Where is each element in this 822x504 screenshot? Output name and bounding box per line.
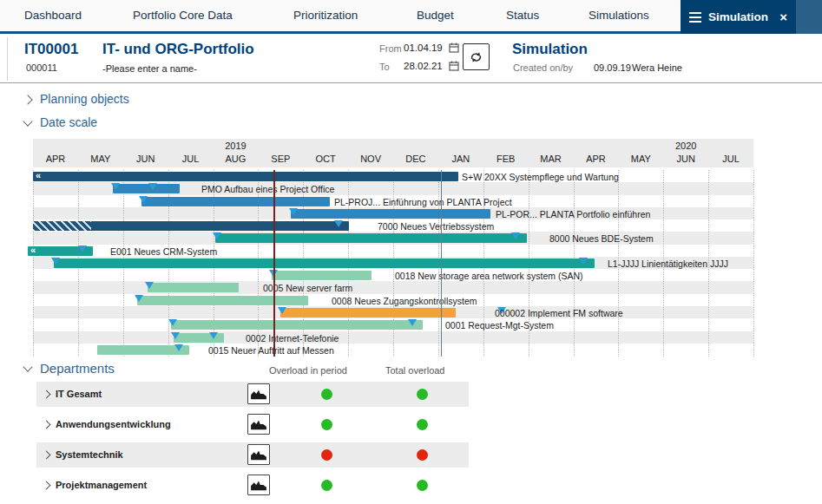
gantt-bar[interactable] xyxy=(215,233,527,243)
hatch-pattern xyxy=(33,221,91,231)
nav-item-simulations[interactable]: Simulations xyxy=(589,0,649,31)
month-label: APR xyxy=(574,154,619,164)
gantt-bar-label: 0015 Neuer Auftritt auf Messen xyxy=(208,345,334,356)
period-boundary-line xyxy=(441,170,442,357)
milestone-marker-icon xyxy=(139,196,148,203)
utilization-chart-button[interactable] xyxy=(247,414,270,435)
nav-item-budget[interactable]: Budget xyxy=(417,0,454,31)
gantt-bar[interactable] xyxy=(113,184,180,193)
nav-item-prioritization[interactable]: Prioritization xyxy=(293,0,358,31)
gantt-bar[interactable] xyxy=(280,308,456,317)
month-label: APR xyxy=(33,154,78,164)
gantt-bar[interactable] xyxy=(291,209,490,219)
nav-item-dashboard[interactable]: Dashboard xyxy=(24,0,82,31)
chevron-right-icon[interactable] xyxy=(43,390,51,399)
month-label: AUG xyxy=(214,154,259,164)
gantt-bar-label: 8000 Neues BDE-System xyxy=(549,233,654,244)
department-name: Projektmanagement xyxy=(56,480,147,490)
gantt-chart: APRMAYJUNJULAUGSEPOCTNOVDECJANFEBMARAPRM… xyxy=(33,139,753,357)
overload-in-period-status xyxy=(321,389,332,400)
tab-simulation-active[interactable]: Simulation × xyxy=(681,0,796,34)
calendar-icon[interactable] xyxy=(449,43,459,53)
total-overload-status xyxy=(417,419,428,430)
gantt-bar-label: PMO Aufbau eines Project Office xyxy=(201,184,334,194)
close-icon[interactable]: × xyxy=(779,10,787,24)
milestone-marker-icon xyxy=(145,282,154,289)
milestone-marker-icon xyxy=(78,245,87,252)
department-row[interactable]: Anwendungsentwicklung xyxy=(36,412,469,437)
gantt-bar[interactable] xyxy=(137,296,308,305)
month-label: JUL xyxy=(168,154,214,164)
portfolio-name-placeholder[interactable]: -Please enter a name- xyxy=(102,63,197,74)
total-overload-status xyxy=(417,389,428,400)
month-label: JUN xyxy=(123,154,168,164)
gantt-bar-label: 7000 Neues Vertriebssystem xyxy=(378,221,494,232)
department-row[interactable]: IT Gesamt xyxy=(36,382,469,407)
gantt-bar-label: 0018 New storage area network system (SA… xyxy=(395,271,583,281)
utilization-chart-button[interactable] xyxy=(247,475,270,495)
utilization-chart-button[interactable] xyxy=(247,383,270,404)
milestone-marker-icon xyxy=(511,232,520,239)
active-tab-label: Simulation xyxy=(708,10,768,23)
milestone-marker-icon xyxy=(174,344,183,351)
chevron-right-icon[interactable] xyxy=(43,451,51,460)
portfolio-id: IT00001 xyxy=(24,41,78,58)
gantt-bar-label: 0002 Internet-Telefonie xyxy=(246,333,339,344)
calendar-icon[interactable] xyxy=(449,61,459,71)
from-label: From xyxy=(379,43,402,54)
milestone-marker-icon xyxy=(168,319,177,326)
simulation-title: Simulation xyxy=(512,41,588,58)
gantt-bar-label: 0001 Request-Mgt-System xyxy=(445,320,554,331)
gantt-bar[interactable] xyxy=(54,259,595,268)
sync-icon xyxy=(469,49,483,65)
chevron-right-icon[interactable] xyxy=(23,95,32,104)
section-date-scale[interactable]: Date scale xyxy=(40,115,97,129)
column-overload-in-period: Overload in period xyxy=(269,365,347,376)
gantt-bar[interactable]: « xyxy=(33,172,458,181)
milestone-marker-icon xyxy=(289,208,298,215)
hamburger-icon[interactable] xyxy=(689,10,701,25)
gantt-bar[interactable] xyxy=(33,221,349,231)
refresh-simulation-button[interactable] xyxy=(463,43,490,70)
nav-item-portfolio-core-data[interactable]: Portfolio Core Data xyxy=(133,0,233,31)
overload-in-period-status xyxy=(321,419,332,430)
chevron-right-icon[interactable] xyxy=(43,481,51,490)
month-label: MAR xyxy=(529,154,574,164)
gantt-bar-label: 0008 Neues Zugangskontrollsystem xyxy=(332,296,477,306)
section-departments[interactable]: Departments xyxy=(40,361,115,376)
milestone-marker-icon xyxy=(111,183,120,190)
from-date-field[interactable]: 01.04.19 xyxy=(404,43,443,53)
milestone-marker-icon xyxy=(209,332,218,339)
month-label: FEB xyxy=(483,154,529,164)
gantt-bar[interactable] xyxy=(148,283,239,292)
total-overload-status xyxy=(417,449,428,461)
gantt-bar-label: 0005 New server farm xyxy=(263,283,352,293)
to-date-field[interactable]: 28.02.21 xyxy=(404,61,443,71)
histogram-icon xyxy=(250,448,267,461)
chevron-down-icon[interactable] xyxy=(23,116,32,126)
overload-in-period-status xyxy=(321,480,332,491)
department-row[interactable]: Systemtechnik xyxy=(36,442,469,468)
tab-strip-overflow xyxy=(796,0,822,34)
milestone-marker-icon xyxy=(135,295,143,302)
milestone-marker-icon xyxy=(148,183,157,190)
year-label: 2020 xyxy=(663,141,708,151)
simulation-window: DashboardPortfolio Core DataPrioritizati… xyxy=(0,0,822,504)
chevron-down-icon[interactable] xyxy=(23,362,32,371)
department-row[interactable]: Projektmanagement xyxy=(36,473,469,498)
chevron-right-icon[interactable] xyxy=(43,421,51,429)
section-planning-objects[interactable]: Planning objects xyxy=(40,92,129,106)
nav-item-status[interactable]: Status xyxy=(506,0,539,31)
gantt-bar[interactable] xyxy=(171,320,423,330)
histogram-icon xyxy=(250,387,267,401)
column-total-overload: Total overload xyxy=(385,365,445,376)
created-date: 09.09.19 xyxy=(594,62,631,73)
gantt-bar[interactable] xyxy=(272,271,372,280)
milestone-marker-icon xyxy=(334,220,343,227)
department-name: IT Gesamt xyxy=(56,389,102,399)
utilization-chart-button[interactable] xyxy=(247,444,270,465)
month-label: JAN xyxy=(438,154,483,164)
month-label: JUN xyxy=(663,154,708,164)
gantt-bar[interactable] xyxy=(141,197,330,206)
month-gridline xyxy=(33,170,34,357)
